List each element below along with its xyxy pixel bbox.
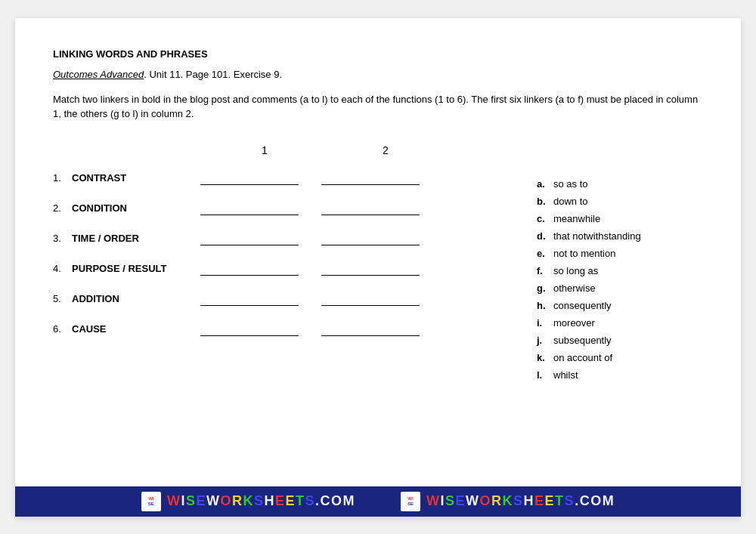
option-letter-g: g. — [537, 282, 553, 294]
col2-header: 2 — [325, 144, 446, 156]
option-a: a. so as to — [537, 178, 703, 190]
book-title: Outcomes Advanced — [53, 69, 144, 80]
row-label-6: CAUSE — [72, 323, 200, 335]
blank-col2-5[interactable] — [321, 292, 420, 306]
footer-text-2: WISEWORKSHEETS.COM — [426, 493, 615, 509]
option-text-c: meanwhile — [553, 213, 600, 224]
match-row-1: 1. CONTRAST — [53, 171, 507, 185]
footer-logo-1: WI SE — [141, 492, 161, 511]
blank-col2-2[interactable] — [321, 202, 420, 215]
option-text-k: on account of — [553, 352, 612, 363]
option-letter-c: c. — [537, 213, 553, 224]
option-k: k. on account of — [537, 352, 703, 363]
blank-col2-6[interactable] — [321, 323, 420, 336]
option-letter-e: e. — [537, 248, 553, 259]
row-number-3: 3. — [53, 233, 72, 244]
option-d: d. that notwithstanding — [537, 230, 703, 242]
option-text-e: not to mention — [553, 248, 615, 259]
row-label-2: CONDITION — [72, 202, 200, 214]
option-letter-d: d. — [537, 230, 553, 242]
column-headers: 1 2 — [204, 144, 507, 156]
option-text-f: so long as — [553, 265, 598, 276]
blank-col1-2[interactable] — [200, 202, 299, 215]
row-number-5: 5. — [53, 293, 72, 304]
option-g: g. otherwise — [537, 282, 703, 294]
option-e: e. not to mention — [537, 248, 703, 259]
option-letter-h: h. — [537, 300, 553, 311]
option-letter-f: f. — [537, 265, 553, 276]
instructions: Match two linkers in bold in the blog po… — [53, 92, 703, 122]
option-c: c. meanwhile — [537, 213, 703, 224]
row-label-1: CONTRAST — [72, 172, 200, 184]
row-number-6: 6. — [53, 323, 72, 335]
option-letter-k: k. — [537, 352, 553, 363]
option-text-l: whilst — [553, 369, 578, 381]
option-letter-a: a. — [537, 178, 553, 190]
footer-text-1: WISEWORKSHEETS.COM — [167, 493, 355, 509]
option-letter-b: b. — [537, 196, 553, 207]
option-letter-l: l. — [537, 369, 553, 381]
match-row-4: 4. PURPOSE / RESULT — [53, 262, 507, 276]
footer-brand-1: WI SE WISEWORKSHEETS.COM — [141, 492, 355, 511]
option-h: h. consequently — [537, 300, 703, 311]
match-row-2: 2. CONDITION — [53, 202, 507, 215]
blank-col1-1[interactable] — [200, 171, 299, 185]
row-label-3: TIME / ORDER — [72, 233, 200, 244]
option-text-a: so as to — [553, 178, 588, 190]
option-text-h: consequently — [553, 300, 612, 311]
option-text-j: subsequently — [553, 335, 612, 346]
row-label-4: PURPOSE / RESULT — [72, 263, 200, 274]
exercise-area: 1 2 1. CONTRAST 2. CONDITION 3. TIME / O… — [53, 144, 703, 387]
col1-header: 1 — [204, 144, 325, 156]
subtitle-rest: . Unit 11. Page 101. Exercise 9. — [144, 69, 282, 80]
subtitle: Outcomes Advanced. Unit 11. Page 101. Ex… — [53, 69, 703, 80]
match-row-3: 3. TIME / ORDER — [53, 232, 507, 245]
option-letter-i: i. — [537, 317, 553, 329]
option-l: l. whilst — [537, 369, 703, 381]
option-text-i: moreover — [553, 317, 595, 329]
blank-col2-3[interactable] — [321, 232, 420, 245]
option-j: j. subsequently — [537, 335, 703, 346]
options-list: a. so as to b. down to c. meanwhile d. t… — [537, 178, 703, 387]
row-number-1: 1. — [53, 172, 72, 184]
row-label-5: ADDITION — [72, 293, 200, 304]
footer-logo-2: WI SE — [401, 492, 420, 511]
option-letter-j: j. — [537, 335, 553, 346]
blank-col1-3[interactable] — [200, 232, 299, 245]
option-text-g: otherwise — [553, 282, 596, 294]
blank-col2-4[interactable] — [321, 262, 420, 276]
row-number-4: 4. — [53, 263, 72, 274]
match-row-5: 5. ADDITION — [53, 292, 507, 306]
option-text-d: that notwithstanding — [553, 230, 641, 242]
matching-table: 1 2 1. CONTRAST 2. CONDITION 3. TIME / O… — [53, 144, 507, 387]
row-number-2: 2. — [53, 202, 72, 214]
blank-col1-6[interactable] — [200, 323, 299, 336]
blank-col1-4[interactable] — [200, 262, 299, 276]
footer: WI SE WISEWORKSHEETS.COM WI SE WISEWORKS… — [15, 486, 741, 517]
option-b: b. down to — [537, 196, 703, 207]
option-text-b: down to — [553, 196, 588, 207]
instructions-text: Match two linkers in bold in the blog po… — [53, 94, 698, 120]
blank-col2-1[interactable] — [321, 171, 420, 185]
option-i: i. moreover — [537, 317, 703, 329]
page-title: LINKING WORDS AND PHRASES — [53, 48, 703, 60]
blank-col1-5[interactable] — [200, 292, 299, 306]
match-row-6: 6. CAUSE — [53, 323, 507, 336]
worksheet-page: LINKING WORDS AND PHRASES Outcomes Advan… — [15, 18, 741, 517]
footer-brand-2: WI SE WISEWORKSHEETS.COM — [401, 492, 615, 511]
option-f: f. so long as — [537, 265, 703, 276]
